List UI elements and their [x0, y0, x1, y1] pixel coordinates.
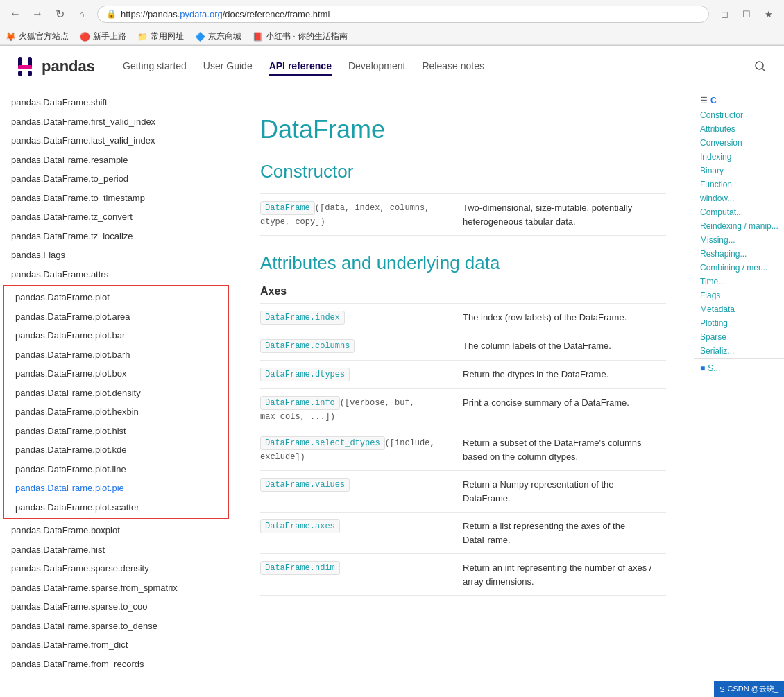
nav-links: Getting started User Guide API reference…	[123, 58, 751, 76]
nav-buttons: ← → ↻ ⌂	[6, 4, 92, 24]
bottom-bar-label: CSDN @云晓_	[727, 684, 778, 691]
nav-release-notes[interactable]: Release notes	[422, 58, 484, 76]
sidebar-item-shift[interactable]: pandas.DataFrame.shift	[0, 93, 232, 112]
toc-item-s[interactable]: ■ S...	[694, 361, 784, 375]
sidebar-item-sparse-to-dense[interactable]: pandas.DataFrame.sparse.to_dense	[0, 617, 232, 636]
nav-api-reference[interactable]: API reference	[269, 58, 332, 76]
toc-item-8[interactable]: Reindexing / manip...	[694, 219, 784, 233]
sidebar-item-plot-area[interactable]: pandas.DataFrame.plot.area	[4, 307, 228, 327]
toc-item-14[interactable]: Metadata	[694, 302, 784, 316]
toc-item-3[interactable]: Indexing	[694, 150, 784, 164]
toc-item-15[interactable]: Plotting	[694, 316, 784, 330]
toc-item-7[interactable]: Computat...	[694, 205, 784, 219]
sidebar-item-sparse-from-spmatrix[interactable]: pandas.DataFrame.sparse.from_spmatrix	[0, 578, 232, 598]
bookmark-label: 小红书 · 你的生活指南	[266, 31, 348, 42]
constructor-code[interactable]: DataFrame	[260, 201, 315, 215]
sidebar-item-to-timestamp[interactable]: pandas.DataFrame.to_timestamp	[0, 189, 232, 208]
toc-item-5[interactable]: Function	[694, 178, 784, 191]
toc-icon: ☰	[700, 96, 708, 105]
api-code-5[interactable]: DataFrame.values	[260, 478, 350, 492]
toc-item-12[interactable]: Time...	[694, 275, 784, 289]
nav-getting-started[interactable]: Getting started	[123, 58, 187, 76]
api-table: DataFrame.index The index (row labels) o…	[260, 303, 666, 596]
sidebar-item-from-records[interactable]: pandas.DataFrame.from_records	[0, 655, 232, 674]
toc-item-10[interactable]: Reshaping...	[694, 247, 784, 261]
forward-button[interactable]: →	[28, 4, 47, 24]
home-button[interactable]: ⌂	[72, 4, 92, 24]
bookmark-label: 京东商城	[208, 31, 241, 42]
bookmark-label: 火狐官方站点	[19, 31, 69, 42]
bookmark-xiaohongshu[interactable]: 📕 小红书 · 你的生活指南	[253, 31, 348, 42]
address-bar[interactable]: 🔒 https://pandas.pydata.org/docs/referen…	[97, 6, 709, 23]
sidebar-item-resample[interactable]: pandas.DataFrame.resample	[0, 150, 232, 170]
extensions-button[interactable]: ◻	[715, 4, 734, 24]
sidebar-item-plot-hexbin[interactable]: pandas.DataFrame.plot.hexbin	[4, 402, 228, 422]
sidebar-item-attrs[interactable]: pandas.DataFrame.attrs	[0, 265, 232, 284]
sidebar-item-plot-pie[interactable]: pandas.DataFrame.plot.pie	[4, 479, 228, 498]
pandas-logo[interactable]: pandas	[14, 55, 95, 78]
api-code-6[interactable]: DataFrame.axes	[260, 519, 340, 533]
search-button[interactable]	[751, 57, 770, 76]
sidebar-item-to-period[interactable]: pandas.DataFrame.to_period	[0, 169, 232, 189]
sidebar-item-hist[interactable]: pandas.DataFrame.hist	[0, 540, 232, 560]
sidebar-item-plot-bar[interactable]: pandas.DataFrame.plot.bar	[4, 326, 228, 345]
reload-button[interactable]: ↻	[50, 4, 69, 24]
bookmark-jd[interactable]: 🔷 京东商城	[195, 31, 241, 42]
sidebar-item-sparse-density[interactable]: pandas.DataFrame.sparse.density	[0, 559, 232, 578]
bookmark-button[interactable]: ☐	[737, 4, 756, 24]
sidebar-item-plot-density[interactable]: pandas.DataFrame.plot.density	[4, 384, 228, 403]
nav-user-guide[interactable]: User Guide	[203, 58, 253, 76]
page-wrapper: pandas Getting started User Guide API re…	[0, 46, 784, 691]
toc-s-label: S...	[708, 363, 720, 373]
sidebar-item-plot-scatter[interactable]: pandas.DataFrame.plot.scatter	[4, 498, 228, 517]
toc-item-1[interactable]: Attributes	[694, 122, 784, 136]
bookmark-common[interactable]: 📁 常用网址	[137, 31, 184, 42]
sidebar-item-sparse-to-coo[interactable]: pandas.DataFrame.sparse.to_coo	[0, 597, 232, 617]
menu-button[interactable]: ★	[759, 4, 778, 24]
sidebar-item-boxplot[interactable]: pandas.DataFrame.boxplot	[0, 521, 232, 540]
sidebar-item-plot-box[interactable]: pandas.DataFrame.plot.box	[4, 364, 228, 384]
sidebar-item-plot[interactable]: pandas.DataFrame.plot	[4, 288, 228, 307]
lock-icon: 🔒	[106, 9, 117, 19]
sidebar-item-plot-barh[interactable]: pandas.DataFrame.plot.barh	[4, 345, 228, 365]
constructor-desc: Two-dimensional, size-mutable, potential…	[454, 194, 666, 236]
back-button[interactable]: ←	[6, 4, 25, 24]
api-code-0[interactable]: DataFrame.index	[260, 311, 345, 325]
api-table-row: DataFrame.columns The column labels of t…	[260, 332, 666, 361]
bookmark-newuser[interactable]: 🔴 新手上路	[80, 31, 126, 42]
toc-item-9[interactable]: Missing...	[694, 233, 784, 247]
xhs-icon: 📕	[253, 32, 263, 42]
api-table-row: DataFrame.index The index (row labels) o…	[260, 304, 666, 332]
api-code-4[interactable]: DataFrame.select_dtypes	[260, 436, 385, 450]
api-code-2[interactable]: DataFrame.dtypes	[260, 368, 350, 381]
toc-item-16[interactable]: Sparse	[694, 330, 784, 344]
bookmark-firefox[interactable]: 🦊 火狐官方站点	[6, 31, 69, 42]
svg-rect-2	[18, 65, 32, 69]
sidebar-item-tz-convert[interactable]: pandas.DataFrame.tz_convert	[0, 207, 232, 227]
toc-item-13[interactable]: Flags	[694, 289, 784, 302]
sidebar-item-from-dict[interactable]: pandas.DataFrame.from_dict	[0, 635, 232, 655]
sidebar-item-plot-hist[interactable]: pandas.DataFrame.plot.hist	[4, 422, 228, 441]
sidebar-item-plot-line[interactable]: pandas.DataFrame.plot.line	[4, 460, 228, 479]
api-code-3[interactable]: DataFrame.info	[260, 396, 340, 410]
toc-item-11[interactable]: Combining / mer...	[694, 261, 784, 275]
sidebar-item-flags[interactable]: pandas.Flags	[0, 246, 232, 265]
api-code-1[interactable]: DataFrame.columns	[260, 339, 355, 353]
sidebar-item-tz-localize[interactable]: pandas.DataFrame.tz_localize	[0, 227, 232, 246]
sidebar-item-last-valid-index[interactable]: pandas.DataFrame.last_valid_index	[0, 131, 232, 150]
sidebar-item-first-valid-index[interactable]: pandas.DataFrame.first_valid_index	[0, 112, 232, 132]
sidebar-item-plot-kde[interactable]: pandas.DataFrame.plot.kde	[4, 440, 228, 460]
jd-icon: 🔷	[195, 32, 205, 42]
api-code-7[interactable]: DataFrame.ndim	[260, 561, 340, 575]
toc-item-17[interactable]: Serializ...	[694, 344, 784, 358]
toc-item-6[interactable]: window...	[694, 191, 784, 205]
toc-header: ☰ C	[694, 93, 784, 108]
axes-subtitle: Axes	[260, 285, 666, 298]
toc-item-2[interactable]: Conversion	[694, 136, 784, 150]
top-nav: pandas Getting started User Guide API re…	[0, 46, 784, 87]
nav-development[interactable]: Development	[348, 58, 406, 76]
svg-rect-4	[28, 71, 32, 76]
toc-item-0[interactable]: Constructor	[694, 108, 784, 122]
browser-chrome: ← → ↻ ⌂ 🔒 https://pandas.pydata.org/docs…	[0, 0, 784, 46]
toc-item-4[interactable]: Binary	[694, 164, 784, 178]
